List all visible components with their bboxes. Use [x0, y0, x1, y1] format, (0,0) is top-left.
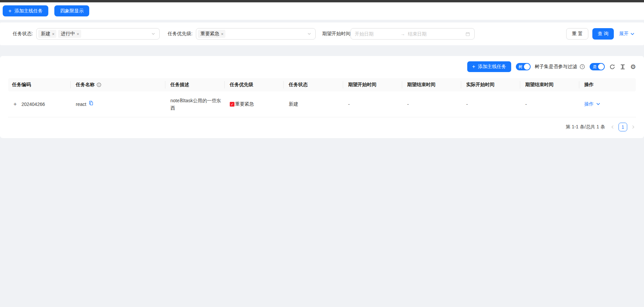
status-tag: 新建 × — [38, 30, 57, 38]
expected-start-value: - — [343, 91, 402, 117]
toggle-knob — [598, 64, 604, 70]
expand-row-icon[interactable]: + — [13, 101, 17, 107]
task-code: 202404266 — [21, 102, 45, 107]
filter-expected-start: 期望开始时间 → — [322, 28, 475, 40]
pagination-summary: 第 1-1 条/总共 1 条 — [566, 124, 605, 130]
column-height-icon[interactable] — [620, 64, 626, 70]
task-status-select[interactable]: 新建 × 进行中 × — [36, 28, 160, 40]
topbar: + 添加主线任务 四象限显示 — [0, 2, 644, 20]
yes-toggle-label: 是 — [593, 64, 597, 70]
priority-tag: 重要紧急 × — [198, 30, 226, 38]
table-row: + 202404266 react note和task公用的一些东西 — [8, 91, 636, 117]
chevron-down-icon — [596, 102, 600, 106]
plus-icon: + — [8, 8, 11, 14]
filter-task-priority: 任务优先级: 重要紧急 × — [168, 28, 316, 40]
column-header-expected-end: 期望结束时间 — [402, 78, 461, 91]
table-header-row: 任务编码 任务名称 任务描述 任务优先级 任务状态 期望开始时间 期望结束时间 … — [8, 78, 636, 91]
action-label: 操作 — [584, 101, 594, 107]
column-header-actions: 操作 — [579, 78, 636, 91]
copy-icon[interactable] — [89, 101, 94, 106]
task-status-label: 任务状态: — [13, 31, 33, 37]
task-priority-label: 任务优先级: — [168, 31, 193, 37]
tag-remove-icon[interactable]: × — [76, 32, 79, 36]
info-circle-icon[interactable] — [97, 82, 101, 87]
range-arrow-icon: → — [398, 31, 408, 37]
end-date-input[interactable] — [408, 31, 451, 37]
column-header-description: 任务描述 — [165, 78, 224, 91]
question-circle-icon[interactable]: ? — [580, 64, 585, 69]
filter-bar: 任务状态: 新建 × 进行中 × 任务优先级: 重要紧急 × — [0, 22, 644, 45]
expected-end-2-value: - — [520, 91, 579, 117]
tag-remove-icon[interactable]: × — [221, 32, 224, 36]
column-header-status: 任务状态 — [283, 78, 343, 91]
chevron-left-icon — [610, 125, 614, 129]
yes-toggle[interactable]: 是 — [590, 63, 605, 70]
actual-start-value: - — [461, 91, 520, 117]
plus-icon: + — [472, 64, 475, 69]
row-action-link[interactable]: 操作 — [584, 101, 600, 107]
calendar-icon — [465, 32, 470, 37]
status-tag-label: 新建 — [41, 31, 50, 37]
status-tag-label: 进行中 — [61, 31, 75, 37]
add-main-task-button[interactable]: + 添加主线任务 — [467, 61, 511, 72]
column-header-expected-start: 期望开始时间 — [343, 78, 402, 91]
pagination: 第 1-1 条/总共 1 条 1 — [8, 123, 636, 131]
chevron-down-icon — [630, 32, 635, 36]
tree-filter-label: 树子集是否参与过滤 — [535, 64, 577, 70]
column-header-code: 任务编码 — [8, 78, 70, 91]
page-1-button[interactable]: 1 — [619, 123, 627, 131]
task-description: note和task公用的一些东西 — [165, 91, 224, 117]
chevron-right-icon — [631, 125, 635, 129]
task-table: 任务编码 任务名称 任务描述 任务优先级 任务状态 期望开始时间 期望结束时间 … — [8, 78, 636, 117]
status-tag: 进行中 × — [58, 30, 81, 38]
priority-tag-label: 重要紧急 — [201, 31, 219, 37]
date-range-picker[interactable]: → — [351, 28, 475, 40]
gear-glyph: ⚙ — [630, 64, 636, 70]
add-main-task-label: 添加主线任务 — [14, 8, 43, 14]
settings-gear-icon[interactable]: ⚙ — [630, 64, 636, 70]
tag-remove-icon[interactable]: × — [52, 32, 55, 36]
task-priority-select[interactable]: 重要紧急 × — [196, 28, 316, 40]
start-date-input[interactable] — [355, 31, 398, 37]
prev-page-button[interactable] — [610, 124, 615, 130]
task-table-card: + 添加主线任务 树 树子集是否参与过滤 ? 是 ⚙ — [0, 56, 644, 138]
query-button[interactable]: 查 询 — [592, 28, 614, 40]
filter-task-status: 任务状态: 新建 × 进行中 × — [13, 28, 160, 40]
svg-text:?: ? — [581, 65, 583, 68]
status-text: 新建 — [283, 91, 343, 117]
quadrant-display-button[interactable]: 四象限显示 — [54, 5, 89, 16]
priority-checkbox-icon: ✓ — [230, 102, 234, 107]
toggle-knob — [524, 64, 530, 70]
column-header-expected-end-2: 期望结束时间 — [520, 78, 579, 91]
add-main-task-label: 添加主线任务 — [478, 64, 506, 70]
column-header-name: 任务名称 — [70, 78, 165, 91]
chevron-down-icon — [151, 32, 155, 36]
tree-toggle-label: 树 — [519, 64, 523, 70]
tree-mode-toggle[interactable]: 树 — [516, 63, 531, 70]
chevron-down-icon — [307, 32, 311, 36]
expand-label: 展开 — [619, 31, 629, 37]
next-page-button[interactable] — [631, 124, 636, 130]
expected-end-value: - — [402, 91, 461, 117]
column-header-actual-start: 实际开始时间 — [461, 78, 520, 91]
quadrant-display-label: 四象限显示 — [60, 8, 84, 14]
add-main-task-button-top[interactable]: + 添加主线任务 — [3, 5, 48, 16]
expected-start-label: 期望开始时间 — [322, 31, 351, 37]
table-toolbar: + 添加主线任务 树 树子集是否参与过滤 ? 是 ⚙ — [8, 61, 636, 72]
task-name: react — [76, 102, 86, 107]
expand-link[interactable]: 展开 — [619, 31, 635, 37]
window-top-strip — [0, 0, 644, 2]
priority-text: 重要紧急 — [235, 101, 254, 107]
refresh-icon[interactable] — [609, 64, 615, 70]
reset-button[interactable]: 重 置 — [566, 28, 588, 40]
column-header-priority: 任务优先级 — [224, 78, 283, 91]
